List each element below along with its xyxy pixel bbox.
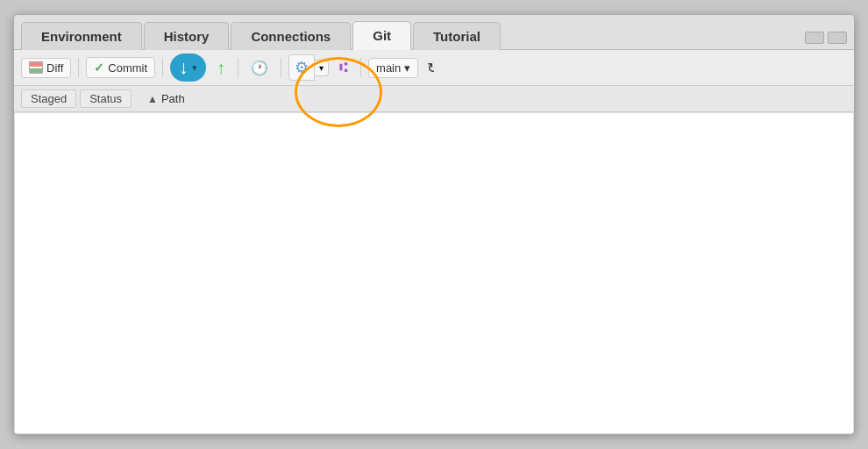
tab-connections-label: Connections [251,29,331,44]
check-icon: ✓ [94,61,104,75]
push-icon: ↑ [217,59,225,76]
pull-button-group[interactable]: ↓ ▾ [170,53,206,82]
clock-icon: 🕐 [251,60,268,76]
commit-label: Commit [108,61,147,75]
maximize-button[interactable] [828,32,847,44]
tab-tutorial[interactable]: Tutorial [413,22,501,50]
tab-environment[interactable]: Environment [21,22,142,50]
path-column-header[interactable]: ▲ Path [139,90,194,107]
branch-icon: ⑆ [339,60,348,75]
commit-button[interactable]: ✓ Commit [86,57,155,78]
toolbar: Diff ✓ Commit ↓ ▾ ↑ 🕐 ⚙ [14,50,854,86]
main-window: Environment History Connections Git Tuto… [13,14,855,435]
column-headers: Staged Status ▲ Path [14,86,854,112]
branch-name: main [376,61,401,75]
tab-bar: Environment History Connections Git Tuto… [14,15,854,50]
branch-selector[interactable]: main ▾ [368,58,418,78]
gear-icon: ⚙ [295,58,309,77]
push-button[interactable]: ↑ [211,56,231,79]
sep-1 [78,58,79,77]
window-controls [805,32,847,49]
refresh-icon: ↻ [427,60,434,76]
tab-environment-label: Environment [41,29,122,44]
diff-icon [29,61,43,74]
file-list [14,112,854,434]
sep-3 [238,58,238,77]
diff-button[interactable]: Diff [21,58,71,78]
history-button[interactable]: 🕐 [245,57,274,79]
gear-button-group: ⚙ ▾ [288,54,329,81]
tab-tutorial-label: Tutorial [433,29,480,44]
tab-git[interactable]: Git [352,21,411,50]
settings-dropdown-button[interactable]: ▾ [315,60,329,76]
settings-caret-icon: ▾ [319,63,324,73]
pull-arrow-icon: ↓ [179,58,189,77]
sep-4 [281,58,281,77]
branch-icon-button[interactable]: ⑆ [334,57,353,78]
tab-git-label: Git [373,28,391,43]
sep-5 [360,58,361,77]
pull-dropdown-icon[interactable]: ▾ [190,62,197,74]
branch-caret-icon: ▾ [404,61,410,75]
tab-connections[interactable]: Connections [231,22,351,50]
staged-column-header[interactable]: Staged [21,89,76,108]
path-sort-arrow-icon: ▲ [147,93,158,105]
status-column-header[interactable]: Status [80,89,132,108]
tab-history[interactable]: History [144,22,230,50]
status-label: Status [89,92,122,105]
sep-2 [162,58,163,77]
tab-history-label: History [164,29,210,44]
minimize-button[interactable] [805,32,824,44]
path-label: Path [161,92,185,105]
diff-label: Diff [46,61,63,75]
settings-button[interactable]: ⚙ [288,54,315,81]
refresh-button[interactable]: ↻ [423,57,434,79]
staged-label: Staged [31,92,67,105]
